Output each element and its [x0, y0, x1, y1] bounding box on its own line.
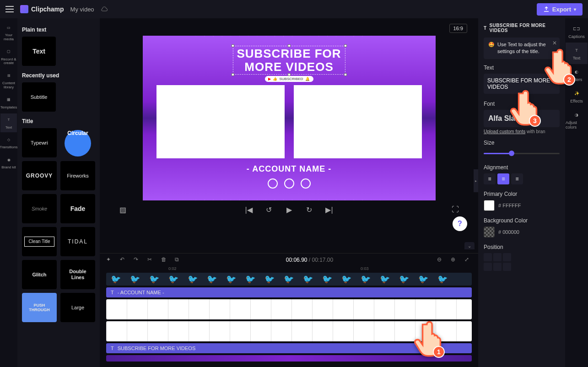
asset-clean-title[interactable]: Clean Title — [22, 227, 57, 256]
rail-brand-kit[interactable]: ◉Brand kit — [0, 153, 17, 173]
text-icon: T — [5, 116, 13, 124]
zoom-out-button[interactable]: ⊖ — [437, 256, 444, 264]
camera-icon: ▢ — [5, 48, 13, 56]
split-button[interactable]: ✂ — [147, 256, 155, 264]
rewind-10-icon[interactable]: ↺ — [264, 205, 274, 214]
timeline-time: 00:06.90 / 00:17.00 — [286, 257, 333, 263]
align-center-button[interactable]: ≡ — [497, 173, 509, 184]
asset-groovy[interactable]: GROOVY — [22, 161, 57, 190]
pos-mc[interactable] — [493, 263, 502, 271]
align-left-button[interactable]: ≡ — [484, 173, 496, 184]
rail-transitions[interactable]: ◇Transitions — [0, 133, 17, 152]
upload-fonts-anchor[interactable]: Upload custom fonts — [484, 129, 525, 134]
expand-down-tab[interactable]: ⌄ — [464, 242, 475, 249]
text-icon: T — [572, 46, 581, 54]
title-header: Title — [22, 118, 95, 124]
crop-toggle-icon[interactable]: ▨ — [118, 205, 127, 214]
duplicate-button[interactable]: ⧉ — [175, 256, 182, 264]
resize-handle[interactable] — [231, 73, 234, 76]
bg-color-row: # 000000 — [484, 227, 560, 237]
brand-icon: ◉ — [5, 156, 13, 164]
delete-button[interactable]: 🗑 — [161, 256, 168, 264]
zoom-in-button[interactable]: ⊕ — [451, 256, 458, 264]
subscribe-pill: ▶👍SUBSCRIBED🔔 — [264, 76, 313, 82]
fullscreen-icon[interactable]: ⛶ — [451, 205, 460, 214]
resize-handle[interactable] — [288, 44, 291, 47]
rr-filters[interactable]: ◐Filters — [566, 64, 588, 86]
position-label: Position — [484, 244, 560, 250]
primary-color-row: # FFFFFF — [484, 200, 560, 211]
text-input[interactable] — [484, 74, 560, 94]
asset-fade[interactable]: Fade — [60, 194, 95, 223]
asset-plain-text[interactable]: Text — [22, 37, 56, 66]
hint-callout: 🤩 Use Text to adjust the settings of the… — [484, 38, 560, 59]
font-selector[interactable]: Alfa Sla — [484, 110, 560, 127]
slider-thumb[interactable] — [509, 151, 514, 156]
rr-captions[interactable]: ⊏⊐Captions — [566, 21, 588, 43]
rail-your-media[interactable]: ▭Your media — [0, 21, 17, 44]
asset-circular[interactable]: Circular — [60, 128, 95, 157]
rr-effects[interactable]: ✨Effects — [566, 86, 588, 107]
pos-tl[interactable] — [484, 253, 492, 261]
menu-button[interactable] — [5, 6, 14, 12]
rail-templates[interactable]: ▦Templates — [0, 93, 17, 113]
undo-button[interactable]: ↶ — [120, 256, 127, 264]
asset-typewriter[interactable]: Typewri — [22, 128, 57, 157]
bg-color-swatch[interactable] — [484, 227, 495, 237]
asset-large[interactable]: Large — [60, 293, 95, 322]
canvas-title-text[interactable]: SUBSCRIBE FOR MORE VIDEOS — [232, 46, 345, 75]
track-video-2[interactable] — [106, 321, 472, 341]
track-social[interactable]: 🐦🐦🐦🐦🐦🐦🐦🐦🐦🐦🐦🐦🐦🐦🐦🐦🐦🐦 — [106, 273, 472, 286]
resize-handle[interactable] — [231, 44, 234, 47]
brand[interactable]: Clipchamp — [20, 5, 64, 13]
asset-tidal[interactable]: TIDAL — [60, 227, 95, 256]
forward-10-icon[interactable]: ↻ — [305, 205, 314, 214]
aspect-ratio-badge[interactable]: 16:9 — [449, 24, 467, 33]
video-slot-1 — [156, 85, 285, 158]
preview-controls: ▨ |◀ ↺ ▶ ↻ ▶| ⛶ — [109, 200, 469, 219]
rail-record-create[interactable]: ▢Record & create — [0, 45, 17, 69]
timeline-ruler[interactable]: 0:02 0:03 — [100, 266, 478, 273]
library-icon: ⊞ — [5, 72, 13, 80]
track-account-name[interactable]: T- ACCOUNT NAME - — [106, 287, 472, 297]
redo-button[interactable]: ↷ — [134, 256, 141, 264]
rr-text[interactable]: TText — [566, 43, 588, 64]
align-right-button[interactable]: ≡ — [511, 173, 523, 184]
size-slider[interactable] — [484, 149, 560, 158]
asset-subtitle[interactable]: Subtitle — [22, 82, 56, 112]
left-rail: ▭Your media ▢Record & create ⊞Content li… — [0, 18, 17, 367]
export-button[interactable]: Export ▾ — [537, 3, 583, 16]
collapse-props-tab[interactable]: ▸ — [474, 169, 478, 192]
close-icon[interactable]: ✕ — [552, 39, 557, 47]
alignment-label: Alignment — [484, 164, 560, 171]
timeline: ✦ ↶ ↷ ✂ 🗑 ⧉ 00:06.90 / 00:17.00 ⊖ ⊕ ⤢ 0:… — [100, 253, 478, 367]
resize-handle[interactable] — [344, 44, 347, 47]
preview-canvas[interactable]: SUBSCRIBE FOR MORE VIDEOS ▶👍SUBSCRIBED🔔 … — [143, 36, 436, 200]
track-subscribe-text[interactable]: TSUBSCRIBE FOR MORE VIDEOS — [106, 343, 472, 353]
resize-handle[interactable] — [344, 73, 347, 76]
rail-text[interactable]: TText — [0, 113, 17, 133]
track-background[interactable] — [106, 355, 472, 362]
pos-ml[interactable] — [484, 263, 492, 271]
position-grid — [484, 253, 560, 271]
project-name[interactable]: My video — [70, 6, 94, 13]
skip-start-icon[interactable]: |◀ — [244, 205, 254, 214]
pos-tc[interactable] — [493, 253, 502, 261]
track-video-1[interactable] — [106, 299, 472, 319]
asset-glitch[interactable]: Glitch — [22, 260, 57, 289]
asset-push-through[interactable]: PUSH THROUGH — [22, 293, 57, 322]
rr-adjust-colors[interactable]: ◑Adjust colors — [566, 107, 588, 133]
asset-double-lines[interactable]: Double Lines — [60, 260, 95, 289]
primary-color-swatch[interactable] — [484, 200, 495, 211]
fit-button[interactable]: ⤢ — [464, 256, 472, 264]
skip-end-icon[interactable]: ▶| — [325, 205, 334, 214]
clipchamp-logo-icon — [20, 5, 28, 13]
pos-tr[interactable] — [503, 253, 511, 261]
magic-icon[interactable]: ✦ — [106, 256, 113, 264]
grid-decoration — [143, 36, 436, 37]
rail-content-library[interactable]: ⊞Content library — [0, 69, 17, 92]
pos-mr[interactable] — [503, 263, 511, 271]
play-button[interactable]: ▶ — [285, 205, 294, 214]
asset-fireworks[interactable]: Fireworks — [60, 161, 95, 190]
asset-smoke[interactable]: Smoke — [22, 194, 57, 223]
